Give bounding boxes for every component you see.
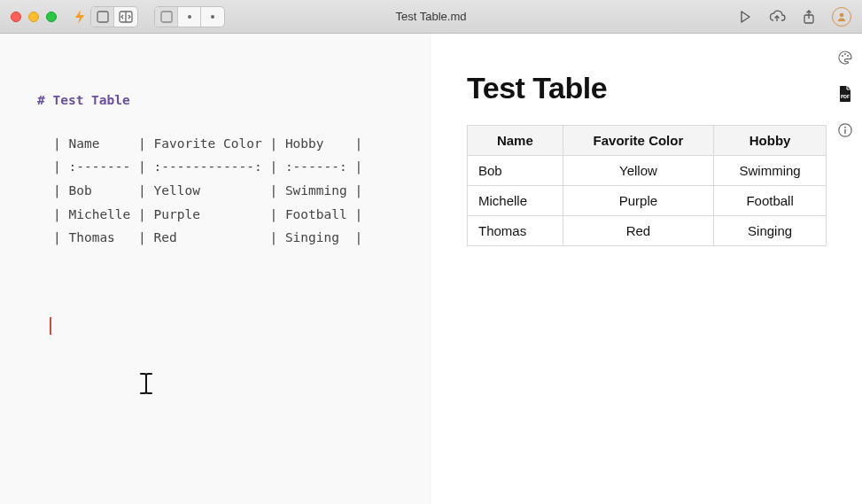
info-button[interactable] — [837, 122, 853, 142]
share-icon — [802, 9, 816, 25]
file-pdf-icon: PDF — [838, 85, 852, 103]
preview-title: Test Table — [467, 71, 827, 105]
cell-color: Yellow — [563, 156, 714, 186]
cell-name: Michelle — [468, 186, 563, 216]
window-title: Test Table.md — [396, 10, 467, 23]
svg-rect-3 — [161, 12, 172, 22]
cell-color: Purple — [563, 186, 714, 216]
preview-table: Name Favorite Color Hobby Bob Yellow Swi… — [467, 125, 827, 246]
main-split: # Test Table | Name | Favorite Color | H… — [0, 34, 862, 504]
cell-hobby: Football — [714, 186, 827, 216]
palette-icon — [837, 50, 853, 66]
th-hobby: Hobby — [714, 126, 827, 156]
cell-name: Thomas — [468, 216, 563, 246]
svg-point-8 — [844, 53, 846, 55]
dot-icon — [188, 15, 191, 19]
split-view-toggle[interactable] — [114, 7, 137, 27]
preview-left-toggle[interactable] — [155, 7, 178, 27]
svg-marker-4 — [742, 12, 749, 22]
close-window-button[interactable] — [11, 12, 21, 22]
right-rail: PDF — [828, 34, 862, 504]
cell-color: Red — [563, 216, 714, 246]
svg-rect-0 — [97, 12, 108, 22]
preview-pane: Test Table Name Favorite Color Hobby Bob… — [431, 34, 862, 504]
minimize-window-button[interactable] — [28, 12, 39, 22]
appearance-button[interactable] — [837, 50, 853, 69]
cell-hobby: Swimming — [714, 156, 827, 186]
account-button[interactable] — [832, 7, 851, 27]
person-icon — [836, 12, 847, 22]
th-name: Name — [468, 126, 563, 156]
editor-table-source: | Name | Favorite Color | Hobby | | :---… — [53, 132, 431, 250]
share-button[interactable] — [802, 6, 816, 27]
info-icon — [837, 122, 853, 138]
upload-button[interactable] — [768, 6, 786, 27]
view-mode-toggle-right[interactable] — [154, 6, 225, 27]
cloud-upload-icon — [768, 10, 786, 24]
lightning-button[interactable] — [73, 6, 87, 27]
dot-icon — [211, 15, 214, 19]
preview-dot1-toggle[interactable] — [178, 7, 201, 27]
svg-rect-13 — [844, 129, 845, 134]
lightning-icon — [73, 9, 87, 25]
editor-cursor-line-marker — [50, 317, 51, 335]
svg-point-6 — [840, 12, 844, 17]
svg-point-12 — [844, 127, 846, 128]
window-controls — [11, 12, 57, 22]
th-color: Favorite Color — [563, 126, 714, 156]
editor-only-toggle[interactable] — [91, 7, 114, 27]
cell-name: Bob — [468, 156, 563, 186]
editor-pane[interactable]: # Test Table | Name | Favorite Color | H… — [0, 34, 431, 504]
cell-hobby: Singing — [714, 216, 827, 246]
editor-heading-line: # Test Table — [37, 89, 431, 112]
table-row: Bob Yellow Swimming — [468, 156, 827, 186]
table-row: Thomas Red Singing — [468, 216, 827, 246]
export-pdf-button[interactable]: PDF — [838, 85, 852, 106]
zoom-window-button[interactable] — [46, 12, 57, 22]
svg-point-9 — [847, 55, 849, 57]
table-row: Michelle Purple Football — [468, 186, 827, 216]
svg-text:PDF: PDF — [841, 94, 850, 99]
play-icon — [738, 10, 752, 24]
preview-dot2-toggle[interactable] — [201, 7, 224, 27]
run-button[interactable] — [738, 6, 752, 27]
text-cursor-icon — [136, 365, 156, 411]
view-mode-toggle-left[interactable] — [90, 6, 138, 27]
titlebar: Test Table.md — [0, 0, 862, 34]
table-header-row: Name Favorite Color Hobby — [468, 126, 827, 156]
svg-point-7 — [842, 55, 843, 57]
